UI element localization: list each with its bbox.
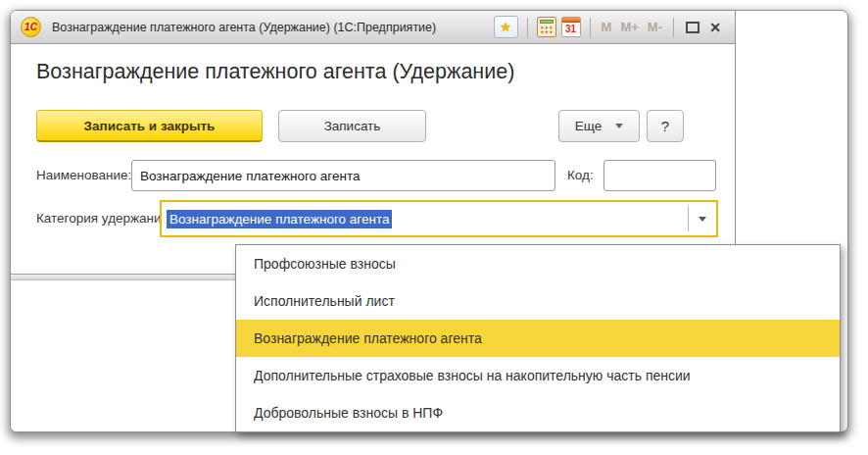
calculator-screen — [540, 20, 554, 24]
dropdown-item-highlighted[interactable]: Вознаграждение платежного агента — [236, 320, 840, 357]
memory-button-m-minus[interactable]: M- — [646, 20, 664, 34]
name-field-label: Наименование: — [36, 160, 131, 191]
name-input[interactable] — [131, 160, 555, 191]
category-field-label: Категория удержания: — [36, 200, 172, 237]
category-selected-value[interactable]: Вознаграждение платежного агента — [167, 210, 392, 228]
titlebar-separator — [527, 18, 528, 37]
window-titlebar: 1С Вознаграждение платежного агента (Уде… — [11, 11, 735, 44]
calendar-day: 31 — [562, 23, 580, 35]
titlebar-separator — [590, 18, 591, 37]
combobox-dropdown-button[interactable] — [689, 202, 716, 235]
chevron-down-icon — [615, 124, 623, 128]
close-icon[interactable] — [707, 21, 723, 34]
category-combobox[interactable]: Вознаграждение платежного агента — [160, 200, 718, 237]
page-title: Вознаграждение платежного агента (Удержа… — [36, 60, 514, 84]
memory-button-m[interactable]: M — [600, 20, 614, 34]
calculator-icon[interactable] — [537, 17, 556, 37]
code-input[interactable] — [603, 160, 716, 191]
titlebar-separator — [673, 18, 674, 37]
code-field-label: Код: — [567, 160, 594, 191]
calendar-icon[interactable]: 31 — [561, 17, 581, 37]
screenshot-canvas: 1С Вознаграждение платежного агента (Уде… — [0, 0, 868, 455]
1c-logo-icon: 1С — [21, 17, 41, 37]
help-button[interactable]: ? — [647, 110, 684, 142]
dropdown-item[interactable]: Профсоюзные взносы — [236, 245, 840, 282]
dropdown-item[interactable]: Добровольные взносы в НПФ — [236, 394, 840, 431]
save-and-close-button[interactable]: Записать и закрыть — [36, 110, 263, 142]
dropdown-item[interactable]: Дополнительные страховые взносы на накоп… — [236, 357, 840, 394]
titlebar-buttons: 31 M M+ M- — [494, 16, 723, 38]
more-button-label: Еще — [575, 119, 602, 133]
dropdown-item[interactable]: Исполнительный лист — [236, 282, 840, 320]
calculator-keys — [540, 25, 554, 34]
more-button[interactable]: Еще — [558, 110, 640, 142]
favorites-star-icon[interactable] — [494, 16, 518, 38]
window-title: Вознаграждение платежного агента (Удержа… — [52, 21, 436, 34]
maximize-icon[interactable] — [686, 22, 699, 33]
memory-button-m-plus[interactable]: M+ — [618, 20, 640, 34]
app-frame: 1С Вознаграждение платежного агента (Уде… — [10, 10, 848, 432]
category-dropdown-list: Профсоюзные взносы Исполнительный лист В… — [235, 244, 841, 432]
save-button[interactable]: Записать — [278, 110, 426, 142]
chevron-down-icon — [699, 217, 706, 222]
